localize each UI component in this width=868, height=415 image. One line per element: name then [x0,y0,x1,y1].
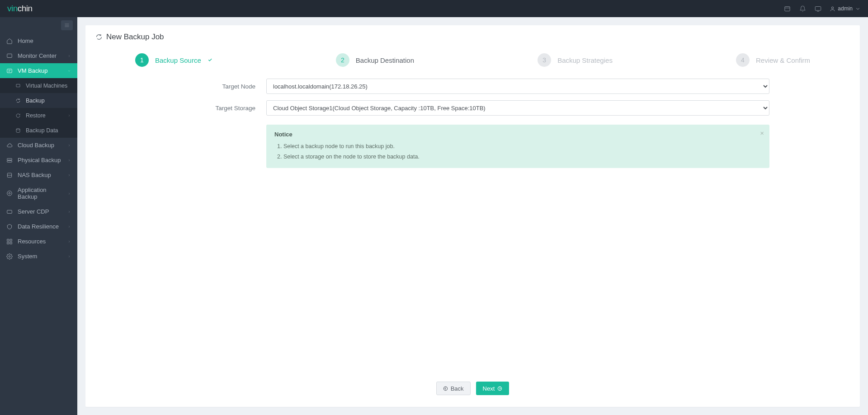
brand-part2: chin [18,4,33,13]
refresh-icon [95,33,103,41]
cdp-icon [6,208,13,215]
sidebar-item-virtual-machines[interactable]: Virtual Machines [0,78,77,93]
back-button-label: Back [451,385,464,392]
sidebar-item-vm-backup[interactable]: VM Backup [0,63,77,78]
sidebar-item-resources[interactable]: Resources [0,234,77,249]
chevron-right-icon [67,112,71,119]
vm-icon [15,82,21,89]
svg-point-11 [16,128,20,130]
svg-rect-0 [785,6,790,11]
chevron-right-icon [67,238,71,245]
step-1[interactable]: 1 Backup Source [135,53,212,67]
arrow-left-icon [443,386,448,391]
sidebar: Home Monitor Center VM Backup Virtual Ma… [0,17,77,415]
topbar: vinchin admin [0,0,868,17]
sidebar-item-restore[interactable]: Restore [0,108,77,123]
back-button[interactable]: Back [436,382,471,395]
sidebar-item-label: NAS Backup [18,172,51,178]
resilience-icon [6,223,13,230]
sidebar-item-nas-backup[interactable]: NAS Backup [0,168,77,182]
refresh-icon [15,97,21,104]
check-icon [208,57,212,64]
chevron-right-icon [67,190,71,197]
topbar-right: admin [783,5,861,12]
chevron-right-icon [67,208,71,215]
svg-point-17 [9,192,10,194]
chevron-down-icon [855,6,861,12]
svg-rect-19 [7,239,9,241]
nas-icon [6,172,13,178]
sidebar-item-home[interactable]: Home [0,33,77,48]
row-notice: × Notice 1. Select a backup node to run … [176,122,769,168]
sidebar-item-label: Home [18,37,33,44]
brand-part1: vin [7,4,18,13]
user-menu[interactable]: admin [830,5,861,12]
notice-lines: 1. Select a backup node to run this back… [274,141,761,162]
sidebar-item-label: Backup Data [26,127,58,134]
sidebar-item-label: System [18,253,37,260]
sidebar-item-physical-backup[interactable]: Physical Backup [0,153,77,168]
svg-rect-9 [7,69,12,72]
panel-header: New Backup Job [85,25,860,49]
target-node-select[interactable]: localhost.localdomain(172.18.26.25) [266,79,769,94]
bell-icon[interactable] [799,5,806,12]
step-label: Review & Confirm [756,56,810,64]
svg-rect-13 [7,160,12,162]
restore-icon [15,112,21,119]
panel: New Backup Job 1 Backup Source 2 Backup … [85,25,860,407]
step-number: 3 [538,53,551,67]
sidebar-item-system[interactable]: System [0,249,77,264]
vm-backup-icon [6,67,13,74]
notice-line-1: 1. Select a backup node to run this back… [277,141,761,152]
sidebar-item-label: Application Backup [18,187,63,200]
close-icon[interactable]: × [760,129,764,137]
chevron-right-icon [67,223,71,230]
sidebar-item-monitor-center[interactable]: Monitor Center [0,48,77,63]
next-button[interactable]: Next [476,382,509,395]
sidebar-item-backup-data[interactable]: Backup Data [0,123,77,138]
svg-point-23 [9,256,10,257]
step-number: 1 [135,53,149,67]
notice-title: Notice [274,131,761,138]
sidebar-item-backup[interactable]: Backup [0,93,77,108]
step-label: Backup Destination [356,56,414,64]
sidebar-item-label: Resources [18,238,46,245]
step-3: 3 Backup Strategies [538,53,613,67]
svg-point-24 [443,387,447,390]
chevron-down-icon [67,67,71,74]
sidebar-item-label: Physical Backup [18,157,61,163]
svg-point-16 [7,191,12,196]
step-number: 4 [736,53,750,67]
user-name: admin [838,5,853,12]
arrow-right-icon [497,386,502,391]
notice-box: × Notice 1. Select a backup node to run … [266,125,769,168]
sidebar-item-label: Virtual Machines [26,83,67,89]
stepper: 1 Backup Source 2 Backup Destination 3 B… [85,49,860,79]
sidebar-item-cloud-backup[interactable]: Cloud Backup [0,138,77,153]
svg-rect-22 [10,242,12,244]
sidebar-toggle-button[interactable] [61,20,73,30]
cloud-icon [6,142,13,149]
svg-rect-8 [7,54,12,57]
sidebar-item-label: Backup [26,98,45,104]
row-target-storage: Target Storage Cloud Object Storage1(Clo… [176,100,769,116]
list-icon[interactable] [783,5,791,12]
step-2[interactable]: 2 Backup Destination [336,53,414,67]
app-icon [6,190,13,197]
sidebar-item-label: Cloud Backup [18,142,54,149]
monitor-icon[interactable] [814,5,821,12]
step-4: 4 Review & Confirm [736,53,810,67]
label-target-storage: Target Storage [176,105,266,112]
next-button-label: Next [483,385,495,392]
svg-rect-18 [7,210,12,213]
sidebar-item-server-cdp[interactable]: Server CDP [0,204,77,219]
user-icon [830,6,835,12]
sidebar-item-data-resilience[interactable]: Data Resilience [0,219,77,234]
target-storage-select[interactable]: Cloud Object Storage1(Cloud Object Stora… [266,100,769,116]
row-target-node: Target Node localhost.localdomain(172.18… [176,79,769,94]
chevron-right-icon [67,172,71,178]
sidebar-item-application-backup[interactable]: Application Backup [0,182,77,204]
svg-rect-10 [16,84,20,87]
sidebar-item-label: Restore [26,112,46,119]
data-icon [15,127,21,134]
